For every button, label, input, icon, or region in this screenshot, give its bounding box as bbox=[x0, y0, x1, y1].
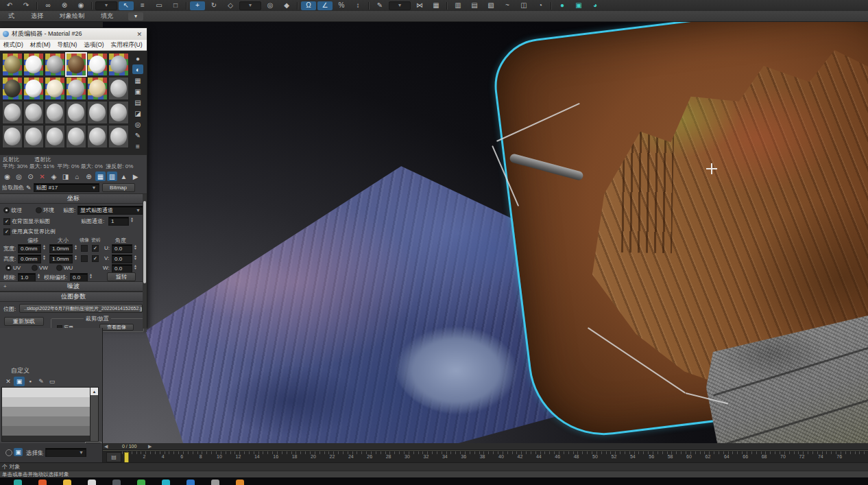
view-image-button[interactable]: 查看图像 bbox=[99, 324, 134, 331]
sample-slot-15[interactable] bbox=[45, 101, 65, 124]
time-slider-row[interactable]: ◀ 0 / 100 ▶ bbox=[103, 443, 868, 450]
layer-manager-icon[interactable]: ▤ bbox=[467, 1, 482, 10]
bitmap-params-rollout-header[interactable]: 位图参数 bbox=[0, 292, 147, 302]
list-item[interactable] bbox=[2, 388, 98, 397]
sample-slot-17[interactable] bbox=[87, 101, 108, 124]
sample-background-icon[interactable]: ▦ bbox=[132, 75, 143, 85]
list-item[interactable] bbox=[2, 397, 98, 407]
mirror-icon[interactable]: ⋈ bbox=[412, 1, 427, 10]
rotate-icon[interactable]: ↻ bbox=[206, 1, 221, 10]
customize-listbox[interactable]: ▲ bbox=[1, 387, 99, 442]
sample-slot-20[interactable] bbox=[23, 125, 44, 148]
get-material-icon[interactable]: ◉ bbox=[2, 171, 12, 181]
sample-slot-9[interactable] bbox=[45, 77, 65, 100]
reset-map-icon[interactable]: ✕ bbox=[37, 171, 47, 181]
sample-slot-18[interactable] bbox=[108, 101, 129, 124]
tile-u-checkbox[interactable]: ✓ bbox=[92, 245, 100, 252]
sample-slot-22[interactable] bbox=[66, 125, 86, 148]
eyedropper-icon[interactable]: ✎ bbox=[26, 185, 32, 191]
mat-menu-3[interactable]: 导航(N) bbox=[54, 41, 81, 49]
edit-named-selections-icon[interactable]: ✎ bbox=[372, 1, 387, 10]
spinner[interactable]: ▲▼ bbox=[43, 244, 46, 250]
cube-icon[interactable]: ▣ bbox=[14, 448, 23, 456]
track-bar[interactable]: ▤ 02468101214161820222426283032343638404… bbox=[103, 450, 868, 462]
video-color-check-icon[interactable]: ▤ bbox=[132, 97, 143, 107]
backlight-icon[interactable]: ◐ bbox=[132, 64, 143, 74]
align-icon[interactable]: ▦ bbox=[429, 1, 444, 10]
assign-material-to-selection-icon[interactable]: ⊙ bbox=[25, 171, 36, 181]
sample-slot-11[interactable] bbox=[87, 77, 108, 100]
taskbar-folder[interactable] bbox=[63, 480, 71, 485]
crossing-selection-icon[interactable]: □ bbox=[168, 1, 183, 10]
spinner[interactable]: ▲▼ bbox=[37, 273, 40, 279]
wu-radio[interactable]: WU bbox=[56, 265, 73, 271]
list-item[interactable] bbox=[2, 426, 98, 436]
taskbar-app-blue[interactable] bbox=[186, 480, 195, 485]
taskbar-app-dark[interactable] bbox=[112, 480, 121, 485]
taskbar-app-cyan[interactable] bbox=[162, 480, 170, 485]
select-manipulate-icon[interactable]: ◆ bbox=[279, 1, 294, 10]
sample-slot-13[interactable] bbox=[2, 101, 23, 124]
environ-radio[interactable]: 环境 bbox=[36, 206, 54, 214]
sample-type-sphere-icon[interactable]: ● bbox=[132, 54, 143, 63]
move-gizmo-icon[interactable] bbox=[706, 163, 717, 174]
sample-slot-3[interactable] bbox=[45, 53, 65, 76]
rollout-scrollbar[interactable] bbox=[143, 194, 147, 329]
unlink-icon[interactable]: ⊗ bbox=[57, 1, 72, 10]
ribbon-toggle-icon[interactable]: ▧ bbox=[483, 1, 498, 10]
document-icon[interactable]: ▣ bbox=[14, 377, 25, 386]
put-material-to-scene-icon[interactable]: ◎ bbox=[14, 171, 24, 181]
map-channel-spinner[interactable]: ▲▼ bbox=[130, 217, 134, 222]
mat-menu-2[interactable]: 材质(M) bbox=[27, 41, 54, 49]
paint-options-dropdown[interactable]: ▾ bbox=[128, 12, 143, 21]
mirror-v-checkbox[interactable] bbox=[81, 255, 89, 262]
material-id-channel-icon[interactable]: ⊕ bbox=[84, 171, 94, 181]
height-size-field[interactable]: 1.0mm bbox=[49, 255, 73, 263]
sample-slot-21[interactable] bbox=[45, 125, 65, 148]
height-offset-field[interactable]: 0.0mm bbox=[18, 255, 41, 263]
taskbar-app-white[interactable] bbox=[88, 480, 96, 485]
select-link-icon[interactable]: ∞ bbox=[40, 1, 56, 10]
spinner[interactable]: ▲▼ bbox=[134, 264, 137, 270]
scroll-up-icon[interactable]: ▲ bbox=[91, 388, 98, 395]
reload-button[interactable]: 重新加载 bbox=[4, 317, 44, 326]
close-icon[interactable]: ✕ bbox=[134, 31, 144, 38]
sample-slot-7[interactable] bbox=[2, 77, 23, 100]
sample-slot-10[interactable] bbox=[66, 77, 86, 100]
texture-radio[interactable]: 纹理 bbox=[3, 206, 22, 214]
angle-snap-icon[interactable]: ∠ bbox=[317, 1, 333, 10]
ribbon-tab-2[interactable]: 选择 bbox=[23, 12, 51, 21]
selection-set-dropdown[interactable]: ▼ bbox=[45, 448, 86, 457]
listbox-scrollbar[interactable]: ▲ bbox=[90, 388, 98, 441]
taskbar-app-green[interactable] bbox=[137, 480, 145, 485]
bitmap-path-button[interactable]: ..sktop\2022年6月7日翻拍压缩照片_20220414152652.j… bbox=[19, 304, 143, 313]
sample-slot-16[interactable] bbox=[66, 101, 86, 124]
ribbon-tab-3[interactable]: 对象绘制 bbox=[51, 12, 93, 21]
spinner[interactable]: ▲▼ bbox=[43, 255, 46, 260]
sample-slot-2[interactable] bbox=[23, 53, 44, 76]
sample-slot-4[interactable] bbox=[66, 53, 86, 76]
material-editor-titlebar[interactable]: 材质编辑器 - Material #26 ✕ bbox=[0, 28, 147, 40]
close-icon[interactable]: ✕ bbox=[3, 377, 14, 386]
undo-icon[interactable]: ↶ bbox=[2, 1, 17, 10]
taskbar-app-gray[interactable] bbox=[211, 480, 219, 485]
material-editor-icon[interactable]: ◔ bbox=[533, 1, 548, 10]
show-end-result-icon[interactable]: ▥ bbox=[107, 171, 117, 181]
percent-snap-icon[interactable]: % bbox=[334, 1, 349, 10]
rect-region-icon[interactable]: ▭ bbox=[152, 1, 167, 10]
use-pivot-icon[interactable]: ◎ bbox=[263, 1, 278, 10]
taskbar-app-red[interactable] bbox=[38, 480, 47, 485]
redo-icon[interactable]: ↷ bbox=[19, 1, 34, 10]
curve-editor-icon[interactable]: ~ bbox=[500, 1, 515, 10]
viewport[interactable] bbox=[103, 22, 868, 443]
show-map-in-viewport-icon[interactable]: ▦ bbox=[95, 171, 106, 181]
map-type-button[interactable]: Bitmap bbox=[102, 183, 135, 192]
scale-icon[interactable]: ◇ bbox=[223, 1, 238, 10]
next-frame-icon[interactable]: ▶ bbox=[148, 444, 152, 449]
tile-v-checkbox[interactable]: ✓ bbox=[92, 255, 100, 262]
pen-icon[interactable]: ✎ bbox=[36, 377, 47, 386]
spinner-snap-icon[interactable]: ↕ bbox=[350, 1, 365, 10]
spinner[interactable]: ▲▼ bbox=[134, 244, 137, 250]
put-to-library-icon[interactable]: ⌂ bbox=[72, 171, 82, 181]
material-name-dropdown[interactable]: 贴图 #17▼ bbox=[34, 183, 99, 192]
